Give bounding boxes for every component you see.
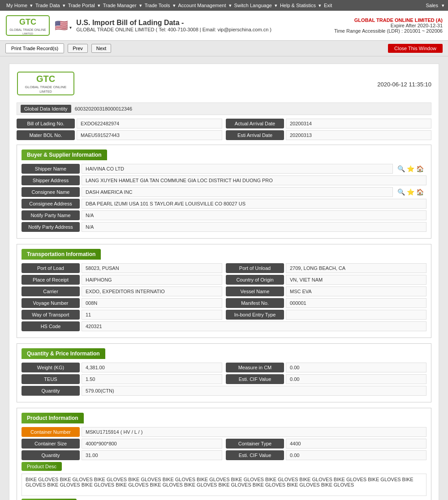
voyage-number-value: 008N xyxy=(82,298,222,308)
esti-cif-qp-value: 0.00 xyxy=(286,374,426,384)
next-button-top[interactable]: Next xyxy=(91,44,112,53)
vessel-name-label: Vessel Name xyxy=(226,286,284,296)
consignee-name-label: Consignee Name xyxy=(22,187,80,197)
transport-inbond-row: Way of Transport 11 In-bond Entry Type xyxy=(22,310,426,320)
port-of-unload-label: Port of Unload xyxy=(226,263,284,273)
logo: GTC GLOBAL TRADE ONLINE LIMITED xyxy=(5,14,50,37)
product-desc-label[interactable]: Product Desc xyxy=(22,462,62,471)
svg-text:LIMITED: LIMITED xyxy=(22,32,33,35)
expire-date: Expire After 2020-12-31 xyxy=(334,23,443,28)
esti-arrival-value: 20200313 xyxy=(286,130,431,140)
consignee-address-label: Consignee Address xyxy=(22,199,80,209)
shipper-icons: 🔍 ⭐ 🏠 xyxy=(395,164,426,174)
consignee-home-icon[interactable]: 🏠 xyxy=(416,188,424,196)
consignee-star-icon[interactable]: ⭐ xyxy=(407,188,414,196)
bol-label: Bill of Lading No. xyxy=(17,119,75,128)
weight-label: Weight (KG) xyxy=(22,363,80,372)
esti-cif-qp-label: Esti. CIF Value xyxy=(226,374,284,384)
consignee-address-value: DBA PEARL IZUMI USA 101 S TAYLOR AVE LOU… xyxy=(82,199,426,209)
master-bol-right: Esti Arrival Date 20200313 xyxy=(226,130,431,140)
close-button-top[interactable]: Close This Window xyxy=(388,44,443,53)
consignee-address-row: Consignee Address DBA PEARL IZUMI USA 10… xyxy=(22,199,426,209)
nav-trade-manager[interactable]: Trade Manager xyxy=(100,3,139,8)
port-row: Port of Load 58023, PUSAN Port of Unload… xyxy=(22,263,426,273)
teus-cif-row: TEUS 1.50 Esti. CIF Value 0.00 xyxy=(22,374,426,384)
weight-value: 4,381.00 xyxy=(82,363,222,372)
main-document: GTC GLOBAL TRADE ONLINE LIMITED 2020-06-… xyxy=(9,64,439,500)
product-quantity-value: 31.00 xyxy=(82,450,222,460)
nav-trade-portal[interactable]: Trade Portal xyxy=(65,3,98,8)
hs-code-value: 420321 xyxy=(82,321,426,331)
shipper-home-icon[interactable]: 🏠 xyxy=(416,165,424,172)
product-desc-value: BIKE GLOVES BIKE GLOVES BIKE GLOVES BIKE… xyxy=(22,474,426,496)
master-bol-left: Mater BOL No. MAEU591527443 xyxy=(17,130,222,140)
actual-arrival-label: Actual Arrival Date xyxy=(226,119,284,128)
hs-code-label: HS Code xyxy=(22,321,80,331)
country-of-origin-label: Country of Origin xyxy=(226,275,284,285)
notify-party-address-value: N/A xyxy=(82,222,426,232)
notify-party-address-label: Notify Party Address xyxy=(22,222,80,232)
nav-account-management[interactable]: Account Management xyxy=(176,3,229,8)
actual-arrival-value: 20200314 xyxy=(286,119,431,128)
notify-party-name-row: Notify Party Name N/A xyxy=(22,210,426,220)
company-info: GLOBAL TRADE ONLINE LIMITED ( Tel: 400-7… xyxy=(76,27,334,32)
shipper-star-icon[interactable]: ⭐ xyxy=(407,165,414,172)
flag: 🇺🇸 ▾ xyxy=(55,19,72,32)
time-range: Time Range Accessible (LDR) : 201001 ~ 2… xyxy=(334,28,443,34)
country-of-origin-value: VN, VIET NAM xyxy=(286,275,426,285)
product-esti-cif-label: Esti. CIF Value xyxy=(226,450,284,460)
nav-switch-language[interactable]: Switch Language xyxy=(232,3,275,8)
shipper-search-icon[interactable]: 🔍 xyxy=(397,165,405,172)
inbond-entry-type-value xyxy=(286,310,426,320)
vessel-name-value: MSC EVA xyxy=(286,286,426,296)
header-right: GLOBAL TRADE ONLINE LIMITED (A) Expire A… xyxy=(334,17,443,34)
container-number-row: Container Number MSKU1715914 ( HV / L / … xyxy=(22,427,426,437)
nav-my-home[interactable]: My Home xyxy=(4,3,30,8)
prev-button-top[interactable]: Prev xyxy=(68,44,88,53)
top-navigation: My Home ▾ Trade Data ▾ Trade Portal ▾ Tr… xyxy=(0,0,448,11)
nav-exit[interactable]: Exit xyxy=(321,3,335,8)
container-type-value: 4400 xyxy=(286,439,426,449)
svg-text:GLOBAL TRADE ONLINE: GLOBAL TRADE ONLINE xyxy=(25,85,67,89)
nav-help-statistics[interactable]: Help & Statistics xyxy=(277,3,319,8)
port-of-load-label: Port of Load xyxy=(22,263,80,273)
notify-party-name-value: N/A xyxy=(82,210,426,220)
buyer-supplier-section: Buyer & Supplier Information Shipper Nam… xyxy=(17,145,431,239)
doc-logo: GTC GLOBAL TRADE ONLINE LIMITED xyxy=(17,71,75,97)
receipt-origin-row: Place of Receipt HAIPHONG Country of Ori… xyxy=(22,275,426,285)
teus-value: 1.50 xyxy=(82,374,222,384)
notify-party-name-label: Notify Party Name xyxy=(22,210,80,220)
bol-right: Actual Arrival Date 20200314 xyxy=(226,119,431,128)
svg-text:GTC: GTC xyxy=(19,17,36,26)
container-size-value: 4000*900*800 xyxy=(82,439,222,449)
doc-header: GTC GLOBAL TRADE ONLINE LIMITED 2020-06-… xyxy=(17,71,431,97)
place-of-receipt-label: Place of Receipt xyxy=(22,275,80,285)
carrier-label: Carrier xyxy=(22,286,80,296)
consignee-name-value: DASH AMERICA INC xyxy=(82,187,393,197)
master-bol-row: Mater BOL No. MAEU591527443 Esti Arrival… xyxy=(17,130,431,140)
container-size-type-row: Container Size 4000*900*800 Container Ty… xyxy=(22,439,426,449)
master-bol-label: Mater BOL No. xyxy=(17,130,75,140)
shipper-address-label: Shipper Address xyxy=(22,175,80,185)
svg-text:LIMITED: LIMITED xyxy=(39,90,52,93)
manifest-no-label: Manifest No. xyxy=(226,298,284,308)
manifest-no-value: 000001 xyxy=(286,298,426,308)
port-of-unload-value: 2709, LONG BEACH, CA xyxy=(286,263,426,273)
notify-party-address-row: Notify Party Address N/A xyxy=(22,222,426,232)
bol-left: Bill of Lading No. EXDO622482974 xyxy=(17,119,222,128)
nav-trade-tools[interactable]: Trade Tools xyxy=(142,3,173,8)
consignee-name-row: Consignee Name DASH AMERICA INC 🔍 ⭐ 🏠 xyxy=(22,187,426,197)
container-number-value: MSKU1715914 ( HV / L / ) xyxy=(82,427,426,437)
nav-trade-data[interactable]: Trade Data xyxy=(33,3,63,8)
sales-label: Sales xyxy=(422,3,442,8)
global-data-identity-label: Global Data Identity xyxy=(21,105,71,113)
print-button-top[interactable]: Print Trade Record(s) xyxy=(5,43,64,53)
teus-label: TEUS xyxy=(22,374,80,384)
consignee-icons: 🔍 ⭐ 🏠 xyxy=(395,187,426,197)
transportation-section: Transportation Information Port of Load … xyxy=(17,244,431,338)
transportation-header: Transportation Information xyxy=(22,249,101,260)
consignee-search-icon[interactable]: 🔍 xyxy=(397,188,405,196)
product-qty-cif-row: Quantity 31.00 Esti. CIF Value 0.00 xyxy=(22,450,426,460)
carrier-value: EXDO, EXPEDITORS INTERNATIO xyxy=(82,286,222,296)
header-bar: GTC GLOBAL TRADE ONLINE LIMITED 🇺🇸 ▾ U.S… xyxy=(0,11,448,41)
